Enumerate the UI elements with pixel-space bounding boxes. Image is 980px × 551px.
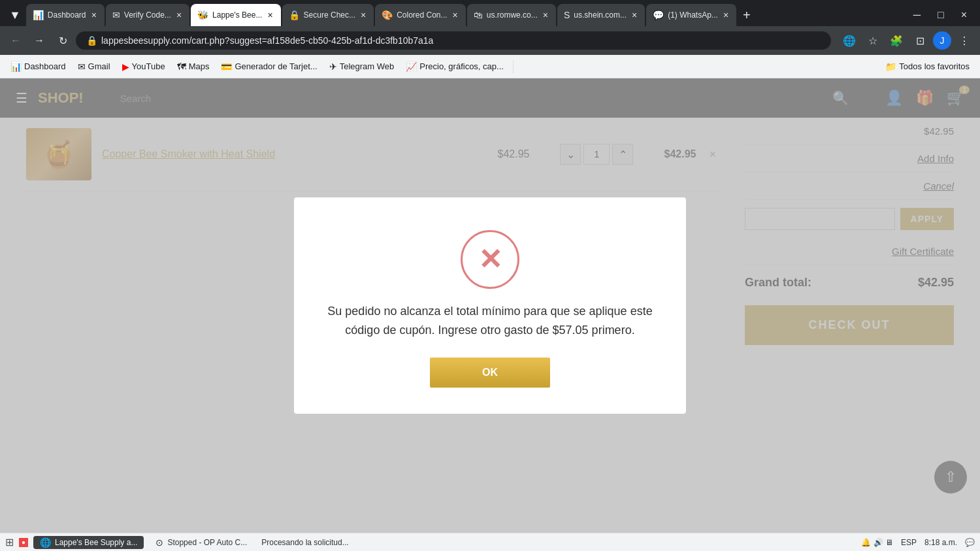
tab-verify[interactable]: ✉ Verify Code... ×	[106, 4, 189, 26]
tab-shein[interactable]: S us.shein.com... ×	[557, 4, 645, 26]
taskbar-stopped-label: Stopped - OP Auto C...	[167, 538, 247, 547]
taskbar-lappes-icon: 🌐	[40, 537, 51, 548]
back-button[interactable]: ←	[5, 30, 26, 51]
bookmark-icon-precio: 📈	[406, 61, 417, 72]
system-time: 8:18 a.m.	[924, 538, 957, 547]
browser-chrome: ▼ 📊 Dashboard × ✉ Verify Code... × 🐝 Lap…	[0, 0, 980, 78]
bookmark-label-gmail: Gmail	[88, 61, 110, 71]
tab-bar: ▼ 📊 Dashboard × ✉ Verify Code... × 🐝 Lap…	[0, 0, 980, 26]
bookmark-precio[interactable]: 📈 Precio, gráficos, cap...	[400, 59, 509, 75]
tab-favicon-verify: ✉	[112, 10, 120, 20]
tab-favicon-secure: 🔒	[289, 10, 300, 20]
tab-secure[interactable]: 🔒 Secure Chec... ×	[282, 4, 374, 26]
notifications-icon[interactable]: 💬	[965, 538, 975, 547]
system-tray-icons: 🔔 🔊 🖥	[861, 538, 893, 547]
tab-title-lappes: Lappe's Bee...	[212, 10, 262, 20]
bookmark-label-youtube: YouTube	[132, 61, 165, 71]
tab-title-whatsapp: (1) WhatsAp...	[668, 10, 718, 20]
modal-ok-button[interactable]: OK	[430, 358, 550, 388]
bookmark-label-dashboard: Dashboard	[24, 61, 66, 71]
bookmark-dashboard[interactable]: 📊 Dashboard	[5, 59, 71, 75]
close-button[interactable]: ×	[953, 8, 975, 22]
taskbar-stopped[interactable]: ⊙ Stopped - OP Auto C...	[149, 536, 253, 549]
tab-favicon-romwe: 🛍	[474, 10, 483, 20]
taskbar-stopped-icon: ⊙	[155, 537, 163, 548]
taskbar-lappes[interactable]: 🌐 Lappe's Bee Supply a...	[33, 536, 144, 549]
tab-title-verify: Verify Code...	[124, 10, 171, 20]
tab-favicon-colored: 🎨	[382, 10, 393, 20]
maximize-button[interactable]: □	[930, 8, 952, 22]
translate-icon[interactable]: 🌐	[839, 30, 860, 51]
bookmark-label-maps: Maps	[189, 61, 210, 71]
tab-close-whatsapp[interactable]: ×	[722, 8, 730, 22]
status-right: 🔔 🔊 🖥 ESP 8:18 a.m. 💬	[861, 538, 975, 547]
bookmark-icon-favoritos: 📁	[885, 61, 896, 72]
tab-close-lappes[interactable]: ×	[266, 8, 274, 22]
modal-box: ✕ Su pedido no alcanza el total mínimo p…	[294, 197, 686, 414]
bookmark-label-precio: Precio, gráficos, cap...	[419, 61, 504, 71]
window-controls: ─ □ ×	[906, 8, 975, 22]
menu-icon[interactable]: ⋮	[954, 30, 975, 51]
bookmark-icon-maps: 🗺	[177, 61, 186, 72]
tab-colored[interactable]: 🎨 Colored Con... ×	[375, 4, 466, 26]
bookmark-youtube[interactable]: ▶ YouTube	[117, 59, 171, 75]
bookmark-telegram[interactable]: ✈ Telegram Web	[324, 59, 400, 75]
tab-close-colored[interactable]: ×	[451, 8, 459, 22]
bookmark-star-icon[interactable]: ☆	[862, 30, 883, 51]
new-tab-button[interactable]: +	[738, 8, 756, 23]
status-bar: ⊞ ● 🌐 Lappe's Bee Supply a... ⊙ Stopped …	[0, 533, 980, 551]
tab-title-shein: us.shein.com...	[574, 10, 627, 20]
address-bar: ← → ↻ 🔒 lappesbeesupply.com/cart.php?sug…	[0, 26, 980, 55]
bookmark-icon-telegram: ✈	[329, 61, 337, 72]
system-language: ESP	[901, 538, 917, 547]
bookmarks-separator	[513, 60, 514, 73]
minimize-button[interactable]: ─	[906, 8, 928, 22]
profile-icon[interactable]: J	[933, 31, 951, 50]
modal-overlay: ✕ Su pedido no alcanza el total mínimo p…	[0, 78, 980, 533]
bookmark-icon-dashboard: 📊	[10, 61, 22, 72]
extensions-icon[interactable]: 🧩	[886, 30, 907, 51]
taskbar-grid-container: ⊞	[5, 536, 14, 548]
bookmark-maps[interactable]: 🗺 Maps	[172, 59, 215, 75]
page-content: ☰ SHOP! 🔍 👤 🎁 🛒 1 🍯 Copper Bee Sm	[0, 78, 980, 533]
tab-favicon-dashboard: 📊	[33, 10, 44, 20]
bookmark-tarjetas[interactable]: 💳 Generador de Tarjet...	[216, 59, 322, 75]
taskbar-lappes-label: Lappe's Bee Supply a...	[55, 538, 137, 547]
bookmark-label-tarjetas: Generador de Tarjet...	[235, 61, 317, 71]
tab-close-verify[interactable]: ×	[175, 8, 183, 22]
forward-button[interactable]: →	[29, 30, 50, 51]
bookmark-label-telegram: Telegram Web	[340, 61, 395, 71]
tab-close-dashboard[interactable]: ×	[90, 8, 98, 22]
tab-dropdown[interactable]: ▼	[5, 8, 25, 22]
tab-whatsapp[interactable]: 💬 (1) WhatsAp... ×	[646, 4, 736, 26]
taskbar-grid-icon[interactable]: ⊞	[5, 536, 14, 548]
reload-button[interactable]: ↻	[52, 30, 73, 51]
bookmark-icon-gmail: ✉	[78, 61, 86, 72]
split-view-icon[interactable]: ⊡	[909, 30, 930, 51]
tab-close-secure[interactable]: ×	[359, 8, 367, 22]
tab-title-romwe: us.romwe.co...	[487, 10, 538, 20]
bookmark-icon-youtube: ▶	[122, 61, 129, 72]
bookmarks-bar: 📊 Dashboard ✉ Gmail ▶ YouTube 🗺 Maps 💳 G…	[0, 55, 980, 78]
modal-message: Su pedido no alcanza el total mínimo par…	[320, 302, 660, 340]
tab-title-secure: Secure Chec...	[304, 10, 355, 20]
tab-romwe[interactable]: 🛍 us.romwe.co... ×	[467, 4, 556, 26]
tab-title-dashboard: Dashboard	[48, 10, 86, 20]
taskbar-stop-icon: ●	[19, 538, 28, 547]
tab-lappes[interactable]: 🐝 Lappe's Bee... ×	[191, 4, 281, 26]
tab-close-romwe[interactable]: ×	[542, 8, 549, 22]
address-input-container[interactable]: 🔒 lappesbeesupply.com/cart.php?suggest=a…	[76, 31, 831, 50]
bookmark-label-favoritos: Todos los favoritos	[899, 61, 970, 71]
address-bar-right-icons: 🌐 ☆ 🧩 ⊡ J ⋮	[839, 30, 975, 51]
tab-dashboard[interactable]: 📊 Dashboard ×	[26, 4, 105, 26]
processing-text: Procesando la solicitud...	[261, 538, 348, 547]
tab-favicon-whatsapp: 💬	[653, 10, 664, 20]
lock-icon: 🔒	[86, 35, 97, 46]
bookmark-favoritos[interactable]: 📁 Todos los favoritos	[880, 59, 975, 75]
address-text: lappesbeesupply.com/cart.php?suggest=af1…	[101, 35, 821, 46]
tab-favicon-shein: S	[564, 10, 570, 20]
tab-favicon-lappes: 🐝	[197, 10, 208, 20]
bookmark-icon-tarjetas: 💳	[221, 61, 232, 72]
tab-close-shein[interactable]: ×	[630, 8, 638, 22]
bookmark-gmail[interactable]: ✉ Gmail	[73, 59, 116, 75]
